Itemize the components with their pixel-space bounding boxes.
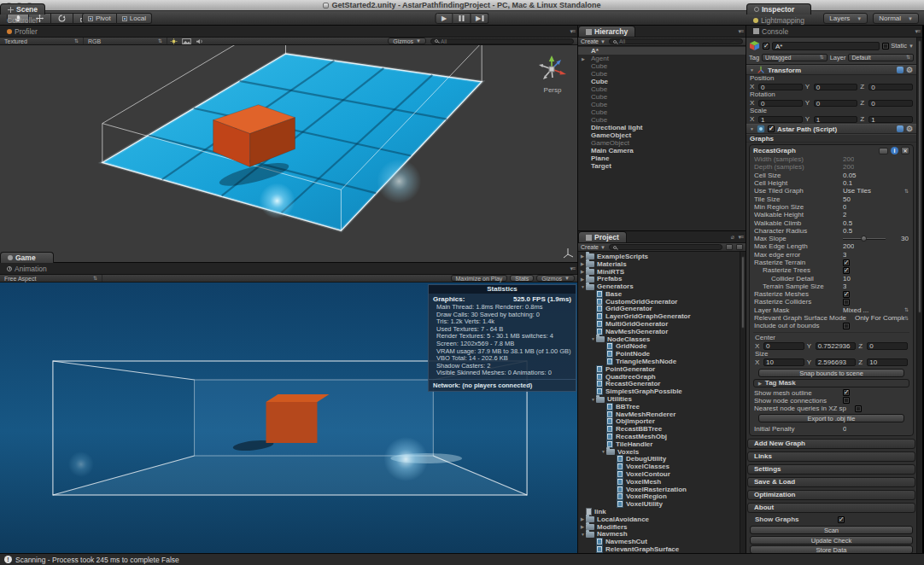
inspector-section-header[interactable]: About <box>747 503 915 513</box>
max-edge-error-row[interactable]: Max edge error3 <box>751 251 911 259</box>
static-checkbox[interactable] <box>882 43 889 50</box>
gear-icon[interactable]: ⚙ <box>906 67 913 74</box>
inspector-section-header[interactable]: Optimization <box>747 490 915 500</box>
project-item[interactable]: Materials <box>578 260 740 268</box>
panel-menu-icon[interactable]: ▾≡ <box>738 28 743 35</box>
inspector-section-header[interactable]: Save & Load <box>747 477 915 487</box>
project-item[interactable]: ExampleScripts <box>578 253 740 260</box>
stats-button[interactable]: Stats <box>510 275 534 282</box>
component-enabled-checkbox[interactable] <box>768 125 775 132</box>
scene-view-tab[interactable]: Profiler <box>0 26 45 37</box>
rotate-tool-button[interactable] <box>51 13 73 24</box>
pause-button[interactable] <box>453 13 471 24</box>
max-slope-slider[interactable] <box>843 238 886 240</box>
gear-icon[interactable]: ⚙ <box>906 125 913 133</box>
project-scrollbar[interactable] <box>740 252 746 553</box>
game-gizmos-dropdown[interactable]: Gizmos▼ <box>536 275 575 282</box>
panel-menu-icon[interactable]: ▾≡ <box>570 28 575 35</box>
center-x-field[interactable]: 0 <box>763 342 804 350</box>
help-book-icon[interactable] <box>897 67 904 73</box>
project-item[interactable]: Generators <box>578 282 740 290</box>
project-item[interactable]: ObjImporter <box>578 418 740 426</box>
position-x-field[interactable]: 0 <box>758 84 803 91</box>
hierarchy-item[interactable]: Directional light <box>578 124 746 131</box>
tag-dropdown[interactable]: Untagged⇅ <box>762 54 828 61</box>
project-item[interactable]: RecastMeshObj <box>578 433 740 440</box>
tile-size-row[interactable]: Tile Size50 <box>751 195 911 202</box>
project-item[interactable]: LayerGridGraphGenerator <box>578 312 740 320</box>
project-item[interactable]: NavMeshRenderer <box>578 411 740 418</box>
pivot-mode-button[interactable]: Pivot <box>82 13 117 24</box>
scrollbar-thumb[interactable] <box>918 40 921 313</box>
foldout-arrow-icon[interactable]: ▶ <box>758 381 762 386</box>
project-item[interactable]: LocalAvoidance <box>578 515 740 523</box>
project-item[interactable]: CustomGridGenerator <box>578 298 740 306</box>
project-item[interactable]: SimplestGraphPossible <box>578 387 740 395</box>
status-bar[interactable]: ! Scanning - Process took 245 ms to comp… <box>0 553 924 565</box>
project-item[interactable]: MiniRTS <box>578 268 740 276</box>
inspector-tab[interactable]: Inspector <box>746 3 811 15</box>
walkable-height-row[interactable]: Walkable Height2 <box>751 211 911 218</box>
hierarchy-item[interactable]: Target <box>578 162 746 170</box>
search-by-label-icon[interactable] <box>736 244 743 250</box>
hierarchy-create-button[interactable]: Create▼ <box>581 38 605 44</box>
project-item[interactable]: RelevantGraphSurface <box>578 545 740 553</box>
size-x-field[interactable]: 10 <box>763 358 804 366</box>
layer-dropdown[interactable]: Default⇅ <box>848 54 914 61</box>
use-tiled-graph-dropdown[interactable]: Use Tiled GraphUse Tiles⇅ <box>751 187 911 195</box>
tab-project[interactable]: Project <box>578 231 627 242</box>
foldout-arrow-icon[interactable] <box>582 56 585 61</box>
graphs-section-label[interactable]: Graphs <box>746 134 916 143</box>
search-by-type-icon[interactable] <box>726 244 733 250</box>
rotation-y-field[interactable]: 0 <box>814 100 858 108</box>
include-oob-checkbox[interactable] <box>843 323 850 329</box>
snap-bounds-button[interactable]: Snap bounds to scene <box>758 369 904 377</box>
hierarchy-item[interactable]: Main Camera <box>578 147 746 154</box>
surface-mode-dropdown[interactable]: Relevant Graph Surface ModeOnly For Comp… <box>751 314 911 322</box>
project-item[interactable]: Modifiers <box>578 523 740 531</box>
hierarchy-item[interactable]: Cube <box>578 78 746 85</box>
inspector-action-button[interactable]: Update Check <box>750 536 913 545</box>
position-z-field[interactable]: 0 <box>868 84 913 91</box>
gizmo-toggle-icon[interactable] <box>879 148 888 154</box>
project-item[interactable]: VoxelClasses <box>578 463 740 470</box>
hierarchy-item[interactable]: Cube <box>578 70 746 78</box>
rasterize-meshes-checkbox[interactable] <box>843 291 850 298</box>
layer-mask-dropdown[interactable]: Layer MaskMixed ...⇅ <box>751 306 911 314</box>
project-item[interactable]: VoxelRegion <box>578 493 740 501</box>
panel-menu-icon[interactable]: ▾≡ <box>915 28 920 35</box>
inspector-action-button[interactable]: Scan <box>750 526 913 534</box>
step-button[interactable]: ▶ <box>471 13 489 24</box>
hierarchy-item[interactable]: Plane <box>578 154 746 162</box>
slider-thumb[interactable] <box>861 236 867 242</box>
local-mode-button[interactable]: Local <box>117 13 152 24</box>
project-item[interactable]: TriangleMeshNode <box>578 358 740 365</box>
hierarchy-item[interactable]: Cube <box>578 101 746 108</box>
lock-icon[interactable]: ⌀ <box>731 234 734 241</box>
project-item[interactable]: VoxelRasterization <box>578 486 740 493</box>
project-item[interactable]: TileHandler <box>578 440 740 448</box>
size-z-field[interactable]: 10 <box>867 358 908 366</box>
hierarchy-item[interactable]: Cube <box>578 93 746 101</box>
inspector-action-button[interactable]: Store Data <box>750 545 913 553</box>
help-book-icon[interactable] <box>897 125 904 132</box>
gameobject-name-field[interactable]: A* <box>772 42 880 50</box>
project-item[interactable]: BBTree <box>578 403 740 411</box>
hierarchy-search-input[interactable]: All <box>609 38 743 44</box>
hierarchy-item[interactable]: Cube <box>578 85 746 93</box>
project-item[interactable]: link <box>578 508 740 515</box>
hierarchy-item[interactable]: A* <box>578 47 746 55</box>
inspector-tab[interactable]: Console <box>746 26 811 37</box>
show-mesh-outline-checkbox[interactable] <box>843 389 850 396</box>
draw-mode-dropdown[interactable]: Textured⇅ <box>0 38 84 44</box>
project-item[interactable]: Utilities <box>578 395 740 403</box>
scene-view-tab[interactable]: Controller <box>0 15 45 26</box>
astar-path-component-header[interactable]: ▼ Astar Path (Script) ⚙ <box>746 124 916 134</box>
cell-size-row[interactable]: Cell Size0.05 <box>751 172 911 179</box>
projection-mode-label[interactable]: Persp <box>533 86 572 94</box>
project-item[interactable]: RecastBBTree <box>578 425 740 433</box>
scale-x-field[interactable]: 1 <box>758 116 803 124</box>
static-toggle[interactable]: Static ▼ <box>882 42 914 50</box>
hierarchy-item[interactable]: GameObject <box>578 139 746 147</box>
rasterize-terrain-checkbox[interactable] <box>843 259 850 266</box>
